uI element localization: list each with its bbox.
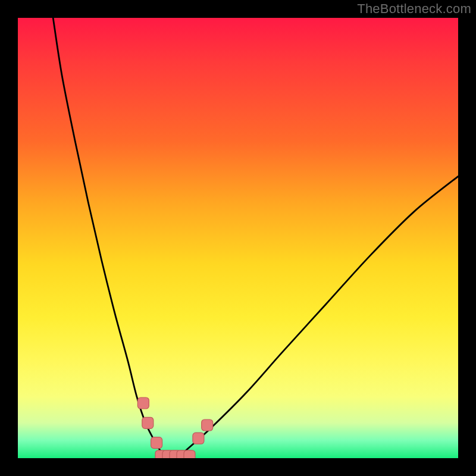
bottleneck-curve bbox=[53, 18, 458, 458]
left-cluster-mid bbox=[142, 417, 154, 428]
global-minimum-run bbox=[184, 450, 195, 458]
markers-group bbox=[137, 397, 212, 449]
baseline-run-group bbox=[155, 450, 195, 458]
watermark-text: TheBottleneck.com bbox=[357, 1, 471, 17]
plot-area bbox=[18, 18, 458, 458]
right-cluster-lower bbox=[193, 433, 204, 444]
chart-frame: TheBottleneck.com bbox=[0, 0, 476, 476]
left-cluster-top bbox=[137, 397, 149, 409]
left-cluster-bottom bbox=[151, 437, 162, 449]
right-cluster-upper bbox=[202, 419, 213, 431]
bottleneck-curve-svg bbox=[18, 18, 458, 458]
